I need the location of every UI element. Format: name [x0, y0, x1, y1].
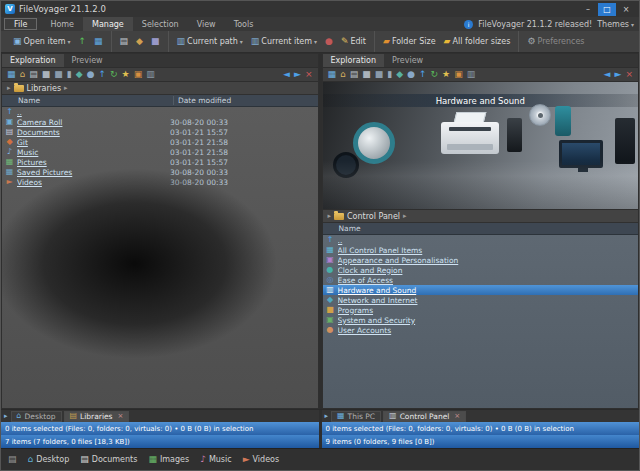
current-path-button[interactable]: ▥Current path▾	[175, 37, 245, 46]
file-row[interactable]: ▤Documents03-01-21 15:57	[2, 127, 318, 137]
file-row[interactable]: ▥Hardware and Sound	[323, 285, 639, 295]
view-item-button[interactable]: ●	[323, 37, 335, 46]
quickbar-item-videos[interactable]: ►Videos	[243, 455, 280, 464]
new-folder-icon[interactable]: ▣	[134, 70, 143, 79]
home-icon[interactable]: ⌂	[340, 70, 346, 79]
stop-icon[interactable]: ×	[305, 70, 313, 79]
open-item-button[interactable]: ▣Open item▾	[11, 37, 73, 46]
right-tab-exploration[interactable]: Exploration	[323, 54, 385, 67]
clipboard-button[interactable]: ■	[149, 37, 162, 46]
file-row[interactable]: ■Programs	[323, 305, 639, 315]
drive-d-icon[interactable]: ■	[54, 70, 63, 79]
ribbon-tab-view[interactable]: View	[188, 17, 225, 31]
usb-drive-icon[interactable]: ▮	[387, 70, 392, 79]
quickbar-item-documents[interactable]: ▤Documents	[80, 455, 137, 464]
pane-tab-desktop[interactable]: ⌂Desktop	[11, 411, 62, 422]
cloud-icon[interactable]: ●	[407, 70, 415, 79]
file-row[interactable]: ●Clock and Region	[323, 265, 639, 275]
preferences-button[interactable]: ⚙Preferences	[525, 37, 586, 46]
maximize-button[interactable]: □	[598, 3, 616, 16]
file-row[interactable]: ◆Network and Internet	[323, 295, 639, 305]
quickbar-item-desktop[interactable]: ⌂Desktop	[28, 455, 70, 464]
new-folder-icon[interactable]: ▣	[454, 70, 463, 79]
file-row[interactable]: ▦Pictures03-01-21 15:57	[2, 157, 318, 167]
tab-scroll-icon[interactable]: ▸	[325, 412, 329, 420]
file-row[interactable]: ◆Git03-01-21 21:58	[2, 137, 318, 147]
left-breadcrumb[interactable]: ▸ Libraries ▸	[2, 82, 318, 95]
network-icon[interactable]: ◆	[396, 70, 403, 79]
current-item-button[interactable]: ▥Current item▾	[249, 37, 319, 46]
documents-icon[interactable]: ▤	[29, 70, 38, 79]
close-tab-icon[interactable]: ×	[454, 412, 460, 420]
ribbon-tab-home[interactable]: Home	[41, 17, 83, 31]
views-icon[interactable]: ▥	[146, 70, 155, 79]
left-breadcrumb-label[interactable]: Libraries	[27, 84, 62, 93]
file-row[interactable]: ♪Music03-01-21 21:58	[2, 147, 318, 157]
pane-tab-control-panel[interactable]: ▥Control Panel×	[383, 411, 466, 422]
all-folder-sizes-button[interactable]: ▰All folder sizes	[442, 37, 513, 46]
cloud-icon[interactable]: ●	[87, 70, 95, 79]
favorites-icon[interactable]: ★	[442, 70, 450, 79]
right-breadcrumb-label[interactable]: Control Panel	[347, 212, 400, 221]
column-name[interactable]: Name	[323, 224, 639, 233]
parent-row[interactable]: ↑..	[323, 235, 639, 245]
minimize-button[interactable]: –	[579, 3, 597, 16]
edit-button[interactable]: ✎Edit	[339, 37, 368, 46]
file-row[interactable]: ▦All Control Panel Items	[323, 245, 639, 255]
column-name[interactable]: Name	[2, 96, 174, 105]
quickbar-item-images[interactable]: ▦Images	[148, 455, 189, 464]
file-menu-button[interactable]: File	[4, 18, 37, 30]
go-up-icon[interactable]: ↑	[99, 70, 107, 79]
right-breadcrumb[interactable]: ▸ Control Panel ▸	[323, 210, 639, 223]
network-icon[interactable]: ◆	[76, 70, 83, 79]
drive-d-icon[interactable]: ■	[375, 70, 384, 79]
info-icon[interactable]: i	[464, 20, 473, 29]
explore-button[interactable]: ▦	[92, 37, 105, 46]
folder-size-button[interactable]: ▰Folder Size	[381, 37, 438, 46]
file-row[interactable]: ▣Appearance and Personalisation	[323, 255, 639, 265]
file-row[interactable]: ●User Accounts	[323, 325, 639, 335]
drive-c-icon[interactable]: ■	[362, 70, 371, 79]
file-row[interactable]: ◎Ease of Access	[323, 275, 639, 285]
refresh-icon[interactable]: ↻	[431, 70, 439, 79]
history-back-icon[interactable]: ◄	[283, 70, 290, 79]
drive-c-icon[interactable]: ■	[42, 70, 51, 79]
pane-tab-libraries[interactable]: ▤Libraries×	[64, 411, 130, 422]
copy-name-button[interactable]: ▤	[118, 37, 131, 46]
refresh-icon[interactable]: ↻	[110, 70, 118, 79]
column-date-modified[interactable]: Date modified	[174, 96, 318, 105]
stop-icon[interactable]: ×	[625, 70, 633, 79]
computer-icon[interactable]: ▦	[328, 70, 337, 79]
go-up-button[interactable]: ↑	[77, 37, 89, 46]
computer-icon[interactable]: ▦	[7, 70, 16, 79]
favorites-icon[interactable]: ★	[122, 70, 130, 79]
file-row[interactable]: ▦Saved Pictures30-08-20 00:33	[2, 167, 318, 177]
ribbon-tab-selection[interactable]: Selection	[133, 17, 188, 31]
tab-scroll-icon[interactable]: ▸	[4, 412, 8, 420]
announcement-text[interactable]: FileVoyager 21.1.2 released!	[478, 20, 592, 29]
ribbon-tab-manage[interactable]: Manage	[83, 17, 133, 31]
ribbon-tab-tools[interactable]: Tools	[225, 17, 263, 31]
pane-tab-this-pc[interactable]: ▦This PC	[331, 411, 381, 422]
file-row[interactable]: ▣Camera Roll30-08-20 00:33	[2, 117, 318, 127]
copy-path-button[interactable]: ◆	[134, 37, 145, 46]
quickbar-item-music[interactable]: ♪Music	[200, 455, 232, 464]
close-button[interactable]: ×	[617, 3, 635, 16]
menu-icon[interactable]: ▤	[8, 455, 17, 464]
home-icon[interactable]: ⌂	[20, 70, 26, 79]
file-row[interactable]: ▣System and Security	[323, 315, 639, 325]
themes-button[interactable]: Themes▾	[597, 20, 634, 29]
file-row[interactable]: ►Videos30-08-20 00:33	[2, 177, 318, 187]
usb-drive-icon[interactable]: ▮	[67, 70, 72, 79]
documents-icon[interactable]: ▤	[350, 70, 359, 79]
left-tab-preview[interactable]: Preview	[64, 54, 111, 67]
history-back-icon[interactable]: ◄	[604, 70, 611, 79]
close-tab-icon[interactable]: ×	[118, 412, 124, 420]
go-up-icon[interactable]: ↑	[419, 70, 427, 79]
history-forward-icon[interactable]: ►	[294, 70, 301, 79]
right-tab-preview[interactable]: Preview	[384, 54, 431, 67]
left-tab-exploration[interactable]: Exploration	[2, 54, 64, 67]
history-forward-icon[interactable]: ►	[615, 70, 622, 79]
views-icon[interactable]: ▥	[467, 70, 476, 79]
parent-row[interactable]: ↑..	[2, 107, 318, 117]
